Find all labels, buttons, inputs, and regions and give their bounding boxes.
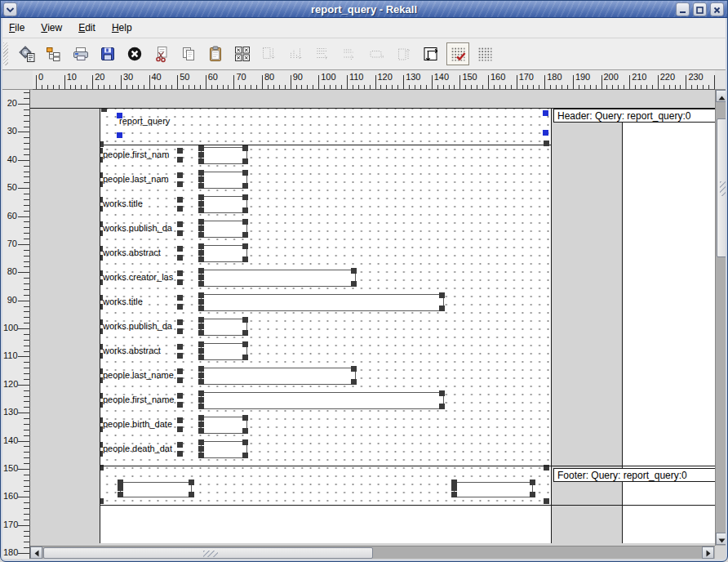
selection-handle[interactable] (177, 255, 183, 261)
field-label[interactable]: works.title (103, 198, 180, 211)
selection-handle[interactable] (198, 323, 204, 329)
field-box[interactable] (201, 319, 247, 336)
selection-handle[interactable] (100, 295, 103, 301)
field-box[interactable] (201, 343, 247, 360)
field-box[interactable] (201, 441, 247, 458)
selection-handle[interactable] (351, 281, 357, 287)
selection-handle[interactable] (100, 230, 103, 236)
selection-handle[interactable] (118, 492, 123, 497)
selection-handle[interactable] (100, 498, 104, 504)
selection-handle[interactable] (198, 317, 204, 323)
selection-handle[interactable] (242, 145, 248, 151)
selection-handle[interactable] (451, 492, 457, 497)
report-page[interactable]: report_query people.first_nampeople.last… (100, 108, 552, 543)
selection-handle[interactable] (198, 250, 204, 256)
horizontal-scroll-thumb[interactable] (43, 547, 373, 559)
selection-handle[interactable] (242, 243, 248, 249)
save-icon[interactable] (96, 42, 119, 65)
selection-handle[interactable] (544, 498, 549, 504)
selection-handle[interactable] (100, 270, 103, 276)
selection-handle[interactable] (198, 397, 204, 403)
move-right-icon[interactable] (339, 42, 362, 65)
selection-handle[interactable] (177, 230, 183, 236)
selection-handle[interactable] (198, 341, 204, 347)
selection-handle[interactable] (242, 355, 248, 360)
selection-handle[interactable] (198, 243, 204, 249)
selection-handle[interactable] (198, 404, 204, 409)
selection-handle[interactable] (100, 328, 103, 334)
selection-handle[interactable] (100, 141, 104, 147)
selection-handle[interactable] (177, 319, 183, 325)
field-label[interactable]: works.title (103, 297, 180, 309)
field-box[interactable] (201, 172, 247, 189)
selection-handle[interactable] (177, 344, 183, 350)
selection-handle[interactable] (177, 442, 183, 448)
field-label[interactable]: people.first_name (103, 395, 180, 407)
selection-handle[interactable] (100, 344, 103, 350)
selection-handle[interactable] (177, 304, 183, 310)
menu-edit[interactable]: Edit (71, 20, 103, 36)
field-box[interactable] (201, 417, 247, 434)
selection-handle[interactable] (242, 453, 248, 458)
selection-handle[interactable] (198, 439, 204, 445)
field-label[interactable]: works.creator_las (103, 272, 180, 284)
scroll-up-button[interactable] (716, 90, 728, 102)
selection-handle[interactable] (242, 207, 248, 213)
report-title-label[interactable]: report_query (119, 116, 170, 126)
selection-handle[interactable] (198, 428, 204, 434)
minimize-button[interactable] (676, 2, 690, 16)
tree-view-icon[interactable] (42, 42, 65, 65)
menu-view[interactable]: View (33, 20, 69, 36)
shrink-section-icon[interactable] (366, 42, 388, 65)
active-selection-handle[interactable] (117, 132, 122, 138)
selection-handle[interactable] (177, 181, 183, 187)
align-lines-icon[interactable] (312, 42, 335, 65)
selection-handle[interactable] (439, 306, 445, 311)
scroll-right-button[interactable] (702, 546, 714, 559)
selection-handle[interactable] (198, 207, 204, 213)
selection-handle[interactable] (198, 348, 204, 354)
selection-handle[interactable] (118, 485, 123, 491)
selection-handle[interactable] (177, 393, 183, 399)
selection-handle[interactable] (100, 255, 103, 261)
active-selection-handle[interactable] (543, 130, 548, 136)
selection-handle[interactable] (100, 377, 103, 383)
close-button[interactable] (710, 2, 724, 16)
selection-handle[interactable] (100, 279, 103, 285)
selection-handle[interactable] (198, 152, 204, 158)
selection-handle[interactable] (242, 232, 248, 238)
footer-section-label[interactable]: Footer: Query: report_query:0 (553, 468, 715, 482)
selection-handle[interactable] (198, 446, 204, 452)
selection-handle[interactable] (198, 366, 204, 372)
selection-handle[interactable] (177, 221, 183, 227)
selection-handle[interactable] (100, 426, 103, 432)
report-wizard-icon[interactable] (16, 42, 38, 65)
selection-handle[interactable] (177, 417, 183, 423)
field-label[interactable]: people.death_dat (103, 444, 180, 456)
selection-handle[interactable] (198, 176, 204, 182)
selection-handle[interactable] (177, 353, 183, 359)
selection-handle[interactable] (242, 158, 248, 164)
selection-handle[interactable] (100, 442, 103, 448)
selection-handle[interactable] (100, 246, 103, 252)
selection-handle[interactable] (451, 479, 457, 485)
selection-handle[interactable] (198, 194, 204, 200)
grid-snap-icon[interactable] (446, 42, 469, 65)
selection-handle[interactable] (439, 404, 445, 409)
selection-handle[interactable] (198, 145, 204, 151)
selection-handle[interactable] (198, 183, 204, 189)
selection-handle[interactable] (198, 268, 204, 274)
active-selection-handle[interactable] (543, 110, 548, 116)
vertical-scroll-thumb[interactable] (717, 118, 728, 257)
selection-handle[interactable] (198, 299, 204, 305)
selection-handle[interactable] (530, 492, 535, 497)
field-label[interactable]: works.abstract (103, 248, 180, 260)
vertical-scrollbar[interactable] (715, 90, 728, 546)
selection-handle[interactable] (198, 453, 204, 458)
selection-handle[interactable] (198, 379, 204, 385)
field-label[interactable]: works.abstract (103, 346, 180, 358)
selection-handle[interactable] (198, 219, 204, 225)
header-section-label[interactable]: Header: Query: report_query:0 (553, 109, 715, 123)
selection-handle[interactable] (177, 295, 183, 301)
selection-handle[interactable] (177, 246, 183, 252)
